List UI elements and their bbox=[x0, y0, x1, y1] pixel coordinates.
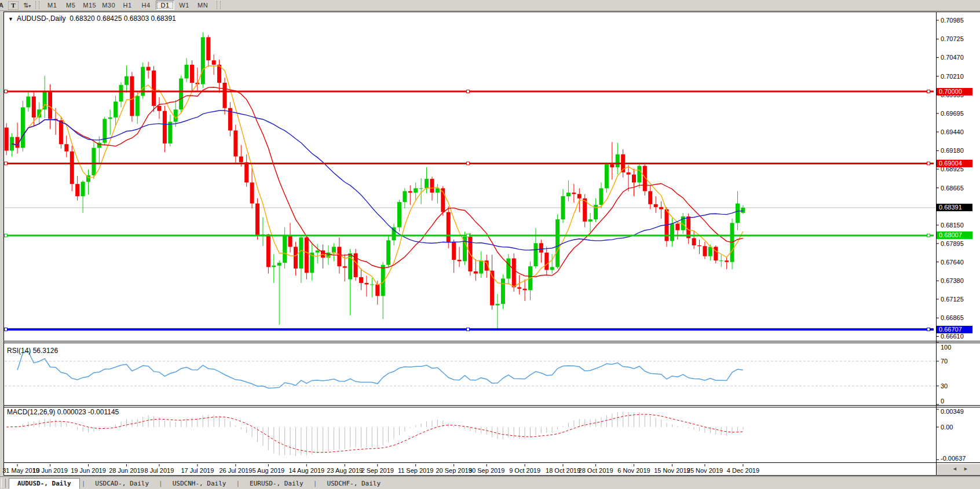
tab-separator: | bbox=[82, 480, 86, 487]
candle-body bbox=[708, 247, 712, 256]
candle-body bbox=[496, 304, 500, 305]
tab-usdchf[interactable]: USDCHF-, Daily bbox=[319, 479, 389, 488]
tab-audusd[interactable]: AUDUSD-, Daily bbox=[9, 478, 80, 489]
candle-body bbox=[572, 193, 576, 194]
candle-body bbox=[397, 202, 401, 227]
line-handle[interactable] bbox=[927, 328, 930, 331]
date-axis-label: 15 Nov 2019 bbox=[654, 467, 690, 474]
candle-body bbox=[81, 182, 85, 196]
candle-body bbox=[714, 247, 718, 260]
line-handle[interactable] bbox=[927, 234, 930, 237]
candle-body bbox=[272, 266, 276, 267]
date-axis-label: 18 Oct 2019 bbox=[546, 467, 580, 474]
date-axis-label: 4 Dec 2019 bbox=[727, 467, 759, 474]
candle-body bbox=[152, 71, 156, 106]
candle-body bbox=[119, 85, 123, 102]
tab-usdcnh[interactable]: USDCNH-, Daily bbox=[164, 479, 235, 488]
line-handle[interactable] bbox=[5, 162, 8, 165]
candle-body bbox=[670, 224, 674, 241]
candles-layer bbox=[5, 32, 745, 330]
candle-body bbox=[233, 130, 237, 156]
candle-body bbox=[588, 219, 593, 222]
line-handle[interactable] bbox=[467, 90, 470, 93]
candle-body bbox=[294, 247, 298, 268]
candle-body bbox=[288, 236, 292, 247]
symbol-collapse-arrow-icon[interactable]: ▼ bbox=[8, 16, 13, 22]
candle-body bbox=[637, 166, 641, 183]
tab-separator: | bbox=[313, 480, 317, 487]
candle-body bbox=[659, 207, 663, 209]
date-axis-label: 14 Aug 2019 bbox=[288, 467, 324, 474]
candle-body bbox=[157, 106, 161, 111]
candle-body bbox=[64, 144, 68, 151]
candle-body bbox=[179, 79, 183, 110]
candle-body bbox=[185, 65, 189, 79]
candle-body bbox=[244, 162, 248, 182]
symbol-tab-bar: AUDUSD-, Daily|USDCAD-, Daily|USDCNH-, D… bbox=[0, 476, 980, 489]
candle-body bbox=[266, 234, 270, 267]
candle-body bbox=[654, 204, 658, 207]
candle-body bbox=[517, 287, 521, 288]
date-axis-label: 28 Oct 2019 bbox=[579, 467, 613, 474]
candle-body bbox=[305, 237, 309, 273]
scroll-left-arrow[interactable]: ◄ bbox=[952, 466, 963, 472]
tab-eurusd[interactable]: EURUSD-, Daily bbox=[242, 479, 312, 488]
date-axis-label: 8 Jul 2019 bbox=[145, 467, 174, 474]
candle-body bbox=[190, 65, 194, 83]
candle-body bbox=[419, 188, 423, 189]
price-axis-label: 0.69695 bbox=[941, 110, 964, 117]
candle-body bbox=[59, 120, 63, 144]
line-price-tag: 0.68007 bbox=[937, 231, 972, 239]
line-handle[interactable] bbox=[5, 328, 8, 331]
candle-body bbox=[479, 260, 483, 273]
line-handle[interactable] bbox=[5, 90, 8, 93]
rsi-line bbox=[17, 351, 743, 388]
price-axis-label: 0.68665 bbox=[941, 185, 964, 192]
candle-body bbox=[561, 196, 565, 219]
date-axis-label: 10 Jun 2019 bbox=[32, 467, 68, 474]
candle-body bbox=[375, 284, 379, 296]
line-handle[interactable] bbox=[5, 234, 8, 237]
price-axis-label: 0.69180 bbox=[941, 147, 964, 154]
date-axis-label: 28 Jun 2019 bbox=[109, 467, 144, 474]
chart-canvas[interactable] bbox=[0, 0, 980, 489]
candle-body bbox=[555, 219, 560, 267]
candle-body bbox=[277, 263, 281, 266]
candle-body bbox=[114, 101, 118, 117]
candle-body bbox=[48, 91, 52, 119]
macd-axis-label: -0.00637 bbox=[941, 455, 966, 462]
candle-body bbox=[452, 242, 456, 260]
date-axis-label: 23 Aug 2019 bbox=[327, 467, 363, 474]
candle-body bbox=[458, 260, 462, 261]
candle-body bbox=[501, 278, 505, 304]
rsi-axis-label: 70 bbox=[941, 358, 948, 365]
price-axis-label: 0.67380 bbox=[941, 277, 964, 284]
price-axis-label: 0.70725 bbox=[941, 35, 964, 42]
candle-body bbox=[725, 260, 729, 262]
macd-signal-line bbox=[6, 414, 743, 453]
line-handle[interactable] bbox=[467, 328, 470, 331]
rsi-axis-label: 100 bbox=[941, 344, 951, 351]
candle-body bbox=[337, 247, 341, 266]
date-axis-label: 5 Aug 2019 bbox=[253, 467, 285, 474]
candle-body bbox=[147, 67, 151, 71]
line-handle[interactable] bbox=[467, 162, 470, 165]
candle-body bbox=[212, 60, 216, 64]
candle-body bbox=[125, 76, 129, 85]
candle-body bbox=[343, 266, 347, 267]
line-handle[interactable] bbox=[927, 90, 930, 93]
candle-body bbox=[616, 155, 620, 167]
tabbar-grip bbox=[1, 479, 6, 488]
line-handle[interactable] bbox=[927, 162, 930, 165]
scroll-right-arrow[interactable]: ► bbox=[963, 466, 974, 472]
candle-body bbox=[430, 179, 434, 193]
tab-separator: | bbox=[236, 480, 240, 487]
candle-body bbox=[697, 245, 701, 246]
date-axis-label: 19 Jun 2019 bbox=[71, 467, 106, 474]
line-handle[interactable] bbox=[467, 234, 470, 237]
candle-body bbox=[108, 117, 112, 119]
candle-body bbox=[250, 182, 254, 203]
price-axis-label: 0.66865 bbox=[941, 314, 964, 321]
candle-body bbox=[92, 148, 96, 175]
tab-usdcad[interactable]: USDCAD-, Daily bbox=[87, 479, 157, 488]
